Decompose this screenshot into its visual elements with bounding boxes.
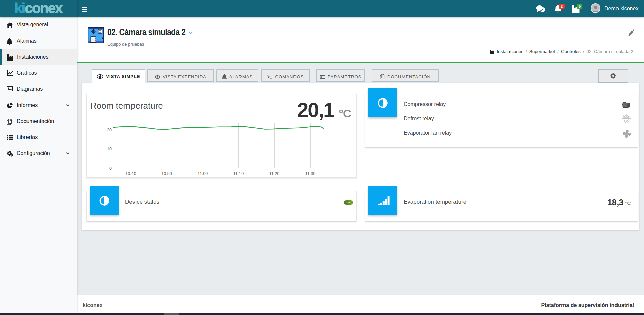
svg-text:10:40: 10:40 bbox=[125, 171, 136, 176]
svg-text:0: 0 bbox=[109, 166, 112, 171]
svg-text:11:30: 11:30 bbox=[305, 171, 315, 176]
svg-text:10:50: 10:50 bbox=[161, 171, 172, 176]
svg-text:20: 20 bbox=[107, 128, 112, 132]
svg-text:10: 10 bbox=[107, 147, 112, 151]
svg-text:11:10: 11:10 bbox=[233, 171, 244, 176]
svg-text:11:00: 11:00 bbox=[198, 171, 208, 176]
svg-text:11:20: 11:20 bbox=[269, 171, 279, 176]
